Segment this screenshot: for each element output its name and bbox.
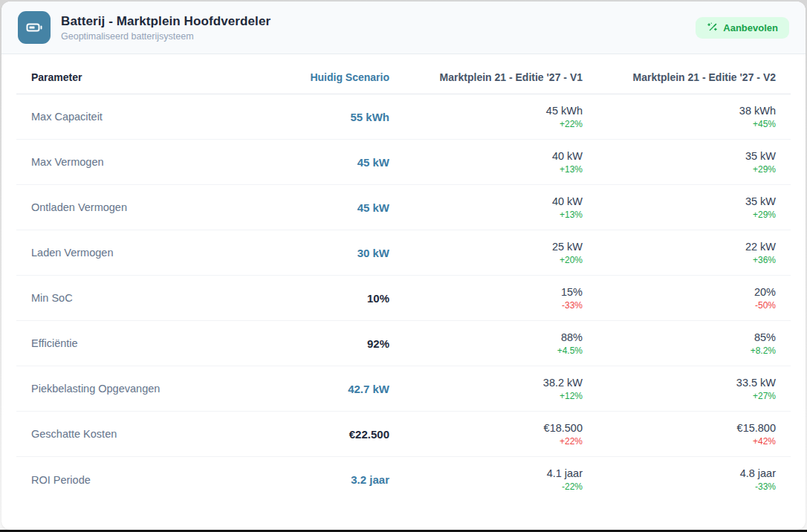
scenario-v1-value: 88% [404,331,583,343]
scenario-v2-cell: 33.5 kW +27% [597,377,791,401]
scenario-v1-cell: 38.2 kW +12% [404,377,597,401]
header-titles: Batterij - Marktplein Hoofdverdeler Geop… [61,14,270,42]
card-header: Batterij - Marktplein Hoofdverdeler Geop… [1,1,806,54]
column-header-scenario-v2: Marktplein 21 - Editie '27 - V2 [597,71,791,83]
scenario-v2-cell: 22 kW +36% [597,241,791,265]
scenario-v1-value: 45 kWh [404,105,583,117]
current-scenario-value: 45 kW [248,156,404,169]
parameter-label: Max Vermogen [16,156,248,168]
scenario-v1-delta: +13% [404,210,583,220]
scenario-v2-value: 20% [597,286,776,298]
scenario-v1-delta: +22% [404,436,583,447]
parameter-label: Min SoC [16,292,248,304]
scenario-v2-delta: -33% [597,481,776,492]
scenario-v2-delta: +27% [597,391,776,401]
scenario-v1-value: 25 kW [404,241,583,253]
current-scenario-value: 92% [248,337,404,350]
scenario-v2-cell: 38 kWh +45% [597,105,791,129]
table-row: Laden Vermogen 30 kW 25 kW +20% 22 kW +3… [16,230,791,276]
scenario-v2-value: 38 kWh [597,105,776,117]
scenario-v2-cell: 35 kW +29% [597,195,791,220]
scenario-v2-cell: 20% -50% [597,286,791,311]
scenario-v2-value: 4.8 jaar [597,467,776,479]
scenario-v2-delta: +29% [597,210,776,220]
recommended-badge[interactable]: Aanbevolen [696,17,789,39]
table-row: ROI Periode 3.2 jaar 4.1 jaar -22% 4.8 j… [16,457,791,502]
scenario-v1-cell: 40 kW +13% [404,150,597,175]
scenario-v1-delta: +22% [404,119,583,129]
scenario-v2-value: 35 kW [597,150,776,162]
parameter-label: Efficiëntie [16,337,248,349]
scenario-v1-cell: 4.1 jaar -22% [404,467,597,492]
table-row: Min SoC 10% 15% -33% 20% -50% [16,276,791,321]
table-row: Ontladen Vermogen 45 kW 40 kW +13% 35 kW… [16,185,791,230]
scenario-v2-value: 35 kW [597,195,776,207]
scenario-v2-delta: +45% [597,119,776,129]
scenario-v1-delta: +4.5% [404,346,583,356]
current-scenario-value: 45 kW [248,201,404,214]
current-scenario-value: 42.7 kW [248,383,404,395]
parameter-label: Piekbelasting Opgevangen [16,383,248,395]
scenario-v2-value: 33.5 kW [597,377,776,389]
page-subtitle: Geoptimaliseerd batterijsysteem [61,31,270,42]
scenario-v1-delta: +20% [404,255,583,265]
current-scenario-value: €22.500 [248,428,404,441]
table-row: Geschatte Kosten €22.500 €18.500 +22% €1… [16,412,791,457]
scenario-v1-delta: +13% [404,164,583,175]
scenario-v1-cell: 88% +4.5% [404,331,597,356]
current-scenario-value: 55 kWh [248,111,404,123]
scenario-v2-value: 22 kW [597,241,776,253]
scenario-v1-cell: 15% -33% [404,286,597,311]
header-left: Batterij - Marktplein Hoofdverdeler Geop… [18,11,270,44]
battery-icon [18,11,51,44]
scenario-v1-value: 4.1 jaar [404,467,583,479]
wand-sparkles-icon [707,22,718,33]
table-row: Max Vermogen 45 kW 40 kW +13% 35 kW +29% [16,140,791,185]
scenario-v2-delta: +8.2% [597,346,776,356]
table-header-row: Parameter Huidig Scenario Marktplein 21 … [16,60,791,94]
scenario-v1-value: 15% [404,286,583,298]
scenario-v2-value: €15.800 [597,422,776,434]
battery-comparison-card: Batterij - Marktplein Hoofdverdeler Geop… [1,1,806,530]
scenario-v2-delta: -50% [597,300,776,311]
scenario-v2-cell: 4.8 jaar -33% [597,467,791,492]
scenario-v1-value: 40 kW [404,150,583,162]
scenario-v1-value: 40 kW [404,195,583,207]
scenario-v2-delta: +36% [597,255,776,265]
scenario-v1-value: €18.500 [404,422,583,434]
scenario-v1-cell: €18.500 +22% [404,422,597,447]
scenario-v1-value: 38.2 kW [404,377,583,389]
page-title: Batterij - Marktplein Hoofdverdeler [61,14,270,29]
scenario-v1-delta: -33% [404,300,583,311]
table-row: Max Capaciteit 55 kWh 45 kWh +22% 38 kWh… [16,94,791,140]
current-scenario-value: 30 kW [248,247,404,259]
scenario-v1-cell: 25 kW +20% [404,241,597,265]
column-header-parameter: Parameter [16,71,248,83]
scenario-v2-value: 85% [597,331,776,343]
current-scenario-value: 10% [248,292,404,305]
parameter-label: Ontladen Vermogen [16,201,248,213]
scenario-v1-delta: +12% [404,391,583,401]
scenario-v1-delta: -22% [404,481,583,492]
scenario-v2-delta: +29% [597,164,776,175]
table-row: Efficiëntie 92% 88% +4.5% 85% +8.2% [16,321,791,366]
column-header-scenario-v1: Marktplein 21 - Editie '27 - V1 [404,71,597,83]
scenario-v2-cell: 35 kW +29% [597,150,791,175]
scenario-v2-cell: 85% +8.2% [597,331,791,356]
scenario-v2-delta: +42% [597,436,776,447]
parameter-label: ROI Periode [16,474,248,486]
current-scenario-value: 3.2 jaar [248,473,404,486]
parameter-label: Max Capaciteit [16,111,248,123]
scenario-v2-cell: €15.800 +42% [597,422,791,447]
table-row: Piekbelasting Opgevangen 42.7 kW 38.2 kW… [16,366,791,412]
column-header-current-scenario: Huidig Scenario [248,71,404,83]
comparison-table: Parameter Huidig Scenario Marktplein 21 … [1,54,806,502]
recommended-badge-label: Aanbevolen [723,22,778,33]
parameter-label: Laden Vermogen [16,247,248,259]
parameter-label: Geschatte Kosten [16,428,248,440]
scenario-v1-cell: 40 kW +13% [404,195,597,220]
scenario-v1-cell: 45 kWh +22% [404,105,597,129]
